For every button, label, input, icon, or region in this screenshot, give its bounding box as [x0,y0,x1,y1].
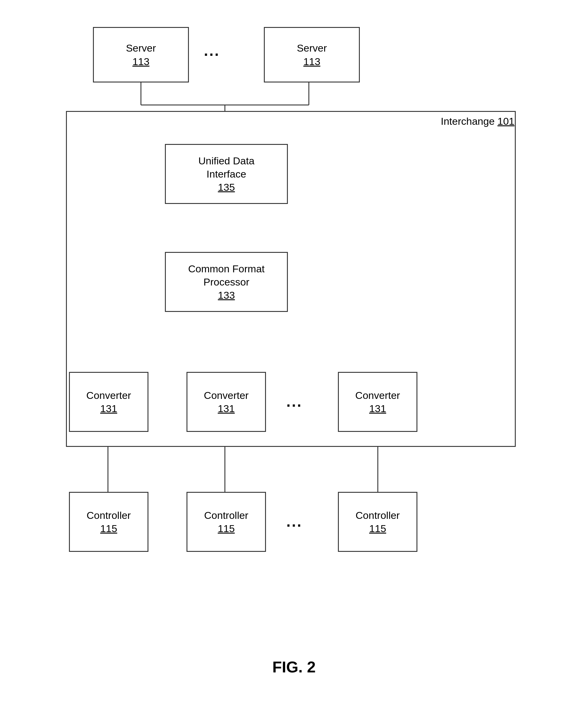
udi-ref: 135 [218,181,235,194]
server1-label: Server [126,41,156,55]
converter2-box: Converter 131 [187,372,266,432]
cfp-box: Common FormatProcessor 133 [165,252,288,312]
server2-label: Server [297,41,327,55]
cfp-label: Common FormatProcessor [188,262,265,289]
controller1-label: Controller [87,509,131,522]
converter2-label: Converter [204,389,249,402]
server2-box: Server 113 [264,27,360,82]
converter1-ref: 131 [100,402,117,415]
server1-ref: 113 [132,55,150,68]
converter3-label: Converter [355,389,400,402]
controller2-label: Controller [204,509,248,522]
controller2-ref: 115 [218,522,235,535]
converter2-ref: 131 [218,402,235,415]
converter1-label: Converter [86,389,131,402]
server2-ref: 113 [303,55,320,68]
controller3-label: Controller [356,509,400,522]
converter-dots: ... [286,393,302,410]
cfp-ref: 133 [218,289,235,302]
converter1-box: Converter 131 [69,372,148,432]
controller1-ref: 115 [100,522,117,535]
fig-caption: FIG. 2 [0,658,588,676]
controller3-ref: 115 [369,522,386,535]
server-dots: ... [204,42,220,59]
converter3-box: Converter 131 [338,372,417,432]
controller-dots: ... [286,513,302,530]
controller2-box: Controller 115 [187,492,266,552]
server1-box: Server 113 [93,27,189,82]
udi-label: Unified DataInterface [198,154,254,181]
interchange-label: Interchange 101 [441,116,514,127]
diagram-area: Interchange 101 Server 113 ... Server 11… [48,18,540,612]
controller3-box: Controller 115 [338,492,417,552]
udi-box: Unified DataInterface 135 [165,144,288,204]
controller1-box: Controller 115 [69,492,148,552]
converter3-ref: 131 [369,402,386,415]
